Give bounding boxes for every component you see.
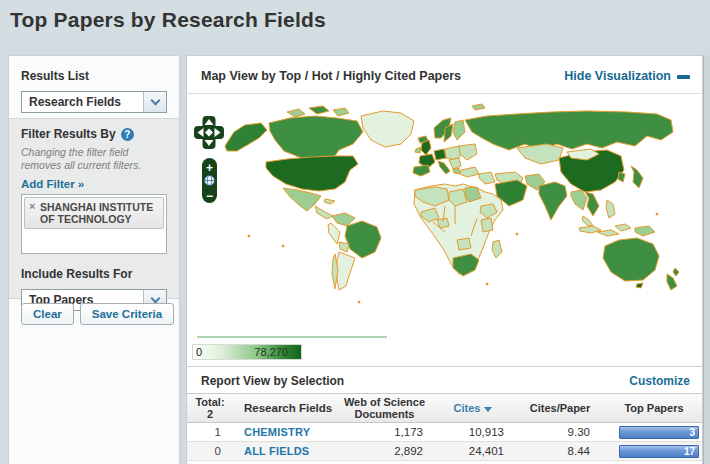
- filter-section: Filter Results By ? Changing the filter …: [9, 118, 179, 299]
- row-cites-per-paper: 8.44: [514, 445, 606, 457]
- map-zoom-control[interactable]: + −: [202, 158, 217, 203]
- row-documents: 2,892: [337, 445, 432, 457]
- clear-button[interactable]: Clear: [21, 303, 74, 325]
- report-view-header: Report View by Selection Customize: [187, 366, 702, 393]
- research-field-link[interactable]: CHEMISTRY: [233, 426, 337, 438]
- remove-filter-icon[interactable]: ×: [29, 200, 35, 212]
- hide-visualization-label: Hide Visualization: [564, 69, 671, 83]
- legend-max-value: 78,270: [254, 346, 288, 358]
- total-value: 2: [187, 408, 233, 420]
- title-bar: Top Papers by Research Fields: [0, 0, 710, 46]
- add-filter-link[interactable]: Add Filter »: [21, 178, 84, 190]
- row-rank: 1: [187, 426, 233, 438]
- total-label: Total:: [187, 396, 233, 408]
- include-results-label: Include Results For: [21, 267, 167, 281]
- results-list-value: Research Fields: [22, 95, 121, 109]
- sort-descending-icon: [484, 407, 492, 412]
- filter-tag: × SHANGHAI INSTITUTE OF TECHNOLOGY: [24, 197, 164, 229]
- results-list-dropdown[interactable]: Research Fields: [21, 91, 167, 113]
- table-row: 1 CHEMISTRY 1,173 10,913 9.30 3: [187, 423, 702, 442]
- collapse-minus-icon: [677, 75, 690, 79]
- customize-link[interactable]: Customize: [629, 374, 690, 388]
- map-color-legend: 0 78,270: [192, 344, 302, 360]
- filter-list-box: × SHANGHAI INSTITUTE OF TECHNOLOGY: [21, 194, 167, 254]
- dropdown-button[interactable]: [143, 92, 166, 112]
- column-cites-label: Cites: [454, 402, 481, 414]
- row-cites: 24,401: [432, 445, 514, 457]
- report-view-title: Report View by Selection: [201, 374, 344, 388]
- column-top-papers: Top Papers: [606, 402, 702, 414]
- zoom-out-icon[interactable]: −: [206, 189, 213, 203]
- map-view-title: Map View by Top / Hot / Highly Cited Pap…: [201, 69, 461, 83]
- table-row: 0 ALL FIELDS 2,892 24,401 8.44 17: [187, 442, 702, 461]
- map-pan-control[interactable]: [194, 116, 224, 149]
- top-papers-bar-cell: 3: [606, 426, 702, 439]
- research-field-link[interactable]: ALL FIELDS: [233, 445, 337, 457]
- hide-visualization-link[interactable]: Hide Visualization: [564, 69, 690, 83]
- scrollbar-track[interactable]: [703, 55, 710, 464]
- map-area: + − 0 78,270: [187, 94, 702, 366]
- column-cites-sort[interactable]: Cites: [432, 402, 514, 414]
- top-papers-bar: 3: [619, 426, 699, 439]
- column-wos-documents: Web of Science Documents: [337, 396, 432, 420]
- total-header: Total: 2: [187, 396, 233, 420]
- sidebar: Results List Research Fields Filter Resu…: [8, 55, 180, 464]
- row-documents: 1,173: [337, 426, 432, 438]
- row-cites-per-paper: 9.30: [514, 426, 606, 438]
- page-title: Top Papers by Research Fields: [10, 8, 326, 32]
- row-cites: 10,913: [432, 426, 514, 438]
- filter-note: Changing the filter field removes all cu…: [21, 146, 167, 171]
- filter-results-by-label: Filter Results By: [21, 127, 116, 141]
- column-research-fields: Research Fields: [233, 402, 337, 414]
- top-papers-bar: 17: [619, 445, 699, 458]
- map-view-header: Map View by Top / Hot / Highly Cited Pap…: [187, 56, 702, 94]
- column-cites-per-paper: Cites/Paper: [514, 402, 606, 414]
- help-question-icon[interactable]: ?: [121, 128, 134, 141]
- row-rank: 0: [187, 445, 233, 457]
- results-list-label: Results List: [21, 69, 167, 83]
- map-antarctica-sliver: [197, 336, 387, 338]
- top-papers-bar-cell: 17: [606, 445, 702, 458]
- results-list-section: Results List Research Fields: [9, 56, 179, 113]
- filter-tag-label: SHANGHAI INSTITUTE OF TECHNOLOGY: [40, 201, 153, 225]
- zoom-in-icon[interactable]: +: [206, 161, 213, 175]
- save-criteria-button[interactable]: Save Criteria: [80, 303, 174, 325]
- chevron-down-icon: [150, 294, 160, 304]
- main-panel: Map View by Top / Hot / Highly Cited Pap…: [186, 55, 703, 464]
- world-choropleth-map[interactable]: + −: [187, 94, 702, 366]
- table-header-row: Total: 2 Research Fields Web of Science …: [187, 393, 702, 423]
- chevron-down-icon: [150, 96, 160, 106]
- legend-min-value: 0: [196, 346, 202, 358]
